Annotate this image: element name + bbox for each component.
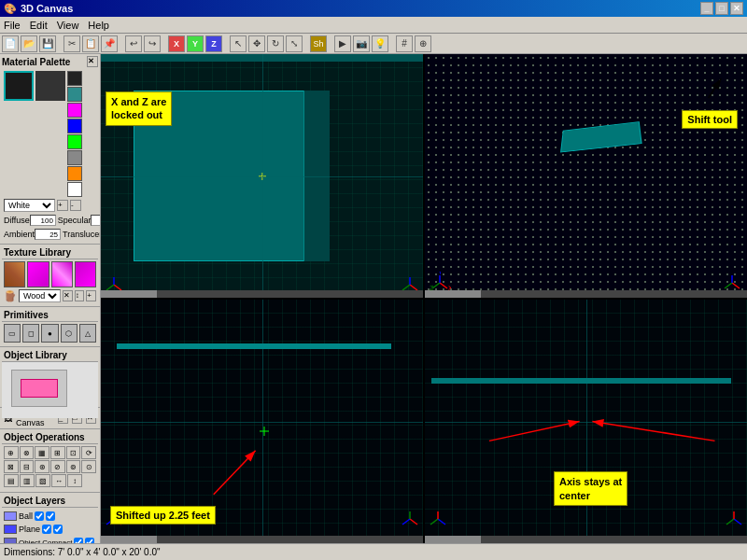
viewport-perspective[interactable]: X Z Y Shift tool <box>425 54 747 298</box>
swatch-blue[interactable] <box>67 119 82 133</box>
swatch-gray[interactable] <box>67 150 82 165</box>
undo-button[interactable]: ↩ <box>125 35 142 52</box>
minimize-button[interactable]: _ <box>700 2 713 15</box>
vp-scrollbar-front[interactable] <box>101 290 423 298</box>
material-back-swatch[interactable] <box>35 71 65 101</box>
op-btn-14[interactable]: ▥ <box>20 474 35 487</box>
material-close-btn[interactable]: ✕ <box>87 56 98 67</box>
prim-plane[interactable]: ▭ <box>4 324 21 343</box>
op-btn-16[interactable]: ↔ <box>51 474 66 487</box>
object-preview-thumb[interactable] <box>11 370 67 407</box>
vp-scrollbar-side[interactable] <box>425 536 747 543</box>
new-button[interactable]: 📄 <box>2 35 19 52</box>
swatch-green[interactable] <box>67 134 82 149</box>
render-button[interactable]: ▶ <box>334 35 351 52</box>
color-del-btn[interactable]: - <box>70 200 81 211</box>
prim-sphere[interactable]: ● <box>41 324 58 343</box>
select-button[interactable]: ↖ <box>230 35 247 52</box>
tex-move-btn[interactable]: ↕ <box>75 290 85 301</box>
op-btn-12[interactable]: ⊙ <box>81 460 96 473</box>
texture-thumb-4[interactable] <box>75 261 96 287</box>
op-btn-3[interactable]: ▦ <box>35 446 49 459</box>
color-add-btn[interactable]: + <box>57 200 68 211</box>
menu-view[interactable]: View <box>57 20 79 31</box>
swatch-magenta[interactable] <box>67 103 82 118</box>
material-color-row: White + - <box>2 199 98 214</box>
open-button[interactable]: 📂 <box>21 35 37 52</box>
scale-button[interactable]: ⤡ <box>286 35 303 52</box>
op-btn-2[interactable]: ⊗ <box>20 446 35 459</box>
x-axis-button[interactable]: X <box>168 35 185 52</box>
rotate-button[interactable]: ↻ <box>267 35 284 52</box>
prim-cylinder[interactable]: ⬡ <box>61 324 78 343</box>
layer-plane-check[interactable] <box>42 525 51 534</box>
color-select[interactable]: White <box>4 199 55 212</box>
maximize-button[interactable]: □ <box>715 2 728 15</box>
layer-plane-lock[interactable] <box>53 525 63 534</box>
grid-button[interactable]: # <box>396 35 413 52</box>
op-btn-9[interactable]: ⊛ <box>35 460 49 473</box>
viewport-top[interactable]: Shifted up 2.25 feet <box>101 300 423 543</box>
op-btn-13[interactable]: ▤ <box>4 474 19 487</box>
shift-button[interactable]: Sh <box>310 35 327 52</box>
op-btn-17[interactable]: ↕ <box>67 474 82 487</box>
texture-select[interactable]: Wood <box>19 289 61 302</box>
diffuse-input[interactable] <box>30 215 56 226</box>
vp-scrollbar-top[interactable] <box>101 536 423 543</box>
material-main-swatch[interactable] <box>4 71 34 101</box>
tex-add-btn[interactable]: + <box>86 290 96 301</box>
texture-thumb-3[interactable] <box>51 261 73 287</box>
op-btn-1[interactable]: ⊕ <box>4 446 19 459</box>
swatch-teal[interactable] <box>67 87 82 102</box>
layer-compact-check[interactable] <box>74 538 83 543</box>
op-btn-5[interactable]: ⊡ <box>66 446 81 459</box>
specular-input[interactable] <box>91 215 101 226</box>
redo-button[interactable]: ↪ <box>144 35 161 52</box>
prim-cone[interactable]: △ <box>79 324 96 343</box>
op-btn-10[interactable]: ⊘ <box>50 460 65 473</box>
y-axis-button[interactable]: Y <box>187 35 204 52</box>
op-btn-4[interactable]: ⊞ <box>50 446 65 459</box>
scrollbar-thumb-perspective[interactable] <box>425 290 481 298</box>
layer-compact-lock[interactable] <box>85 538 94 543</box>
swatch-black[interactable] <box>67 71 82 86</box>
tex-del-btn[interactable]: ✕ <box>63 290 73 301</box>
move-button[interactable]: ✥ <box>248 35 265 52</box>
viewport-side[interactable]: Axis stays at center <box>425 300 747 543</box>
scrollbar-thumb-side[interactable] <box>425 536 481 543</box>
copy-button[interactable]: 📋 <box>82 35 99 52</box>
ambient-input[interactable] <box>35 229 61 240</box>
scrollbar-thumb-front[interactable] <box>101 290 157 298</box>
op-btn-15[interactable]: ▧ <box>35 474 50 487</box>
layer-plane-color[interactable] <box>4 525 17 534</box>
texture-thumb-2[interactable] <box>27 261 49 287</box>
layer-ball-lock[interactable] <box>46 511 55 521</box>
svg-text:Y: Y <box>438 272 443 275</box>
vp-scrollbar-perspective[interactable] <box>425 290 747 298</box>
op-btn-7[interactable]: ⊠ <box>4 460 19 473</box>
texture-thumb-1[interactable] <box>4 261 25 287</box>
swatch-white[interactable] <box>67 182 82 197</box>
layer-compact-color[interactable] <box>4 538 17 543</box>
camera-button[interactable]: 📷 <box>353 35 370 52</box>
swatch-orange[interactable] <box>67 166 82 181</box>
cut-button[interactable]: ✂ <box>63 35 80 52</box>
z-axis-button[interactable]: Z <box>205 35 222 52</box>
menu-edit[interactable]: Edit <box>30 20 48 31</box>
op-btn-11[interactable]: ⊚ <box>66 460 81 473</box>
paste-button[interactable]: 📌 <box>101 35 118 52</box>
light-button[interactable]: 💡 <box>372 35 388 52</box>
layer-ball-check[interactable] <box>35 511 44 521</box>
op-btn-6[interactable]: ⟳ <box>81 446 96 459</box>
prim-box[interactable]: ◻ <box>22 324 39 343</box>
snap-button[interactable]: ⊕ <box>415 35 431 52</box>
save-button[interactable]: 💾 <box>39 35 56 52</box>
layer-ball-color[interactable] <box>4 511 17 521</box>
viewport-front[interactable]: X and Z are locked out <box>101 54 423 298</box>
close-button[interactable]: ✕ <box>730 2 743 15</box>
scrollbar-thumb-top[interactable] <box>101 536 157 543</box>
menu-file[interactable]: File <box>4 20 21 31</box>
op-btn-8[interactable]: ⊟ <box>20 460 35 473</box>
menu-help[interactable]: Help <box>88 20 109 31</box>
material-palette-section: Material Palette ✕ <box>0 54 100 245</box>
